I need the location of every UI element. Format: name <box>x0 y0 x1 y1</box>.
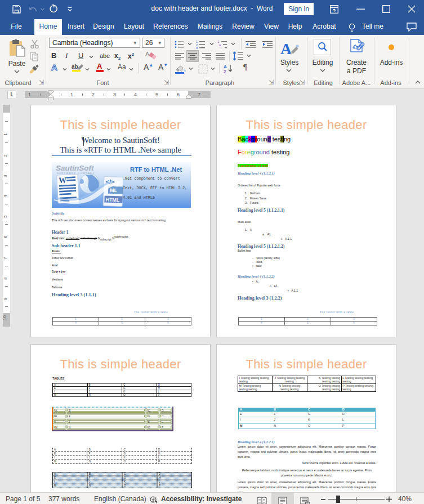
svg-text:B: B <box>89 448 91 451</box>
svg-text:D: D <box>159 472 161 475</box>
svg-text:C: C <box>124 472 126 475</box>
svg-text:I: I <box>54 480 55 483</box>
svg-text:RTF to HTML .Net: RTF to HTML .Net <box>130 166 182 173</box>
svg-text:ML: ML <box>110 188 118 193</box>
svg-text:F: F <box>89 476 91 479</box>
svg-text:Z: Z <box>224 69 226 74</box>
svg-text:I: I <box>55 421 56 423</box>
svg-text:N: N <box>89 484 91 487</box>
svg-text:H: H <box>162 415 163 418</box>
svg-text:L: L <box>158 456 160 459</box>
svg-text:A: A <box>280 40 292 56</box>
svg-text:B: B <box>89 472 91 475</box>
svg-text:G: G <box>123 452 126 455</box>
svg-text:M: M <box>54 484 56 487</box>
svg-text:3: 3 <box>196 46 198 49</box>
svg-text:A: A <box>54 472 56 475</box>
svg-text:4.01 and HTML5: 4.01 and HTML5 <box>123 195 155 200</box>
svg-text:W: W <box>59 176 67 185</box>
svg-text:P: P <box>158 460 160 463</box>
svg-text:M: M <box>54 460 56 463</box>
svg-text:G: G <box>148 415 150 418</box>
svg-text:P: P <box>159 484 160 487</box>
svg-text:N: N <box>69 426 70 429</box>
svg-text:P: P <box>162 426 163 429</box>
svg-text:J: J <box>89 480 90 483</box>
svg-text:A: A <box>224 64 227 69</box>
svg-text:L: L <box>159 480 160 483</box>
svg-text:H: H <box>159 476 160 479</box>
svg-text:C: C <box>123 448 126 451</box>
svg-text:B: B <box>69 409 70 412</box>
svg-text:O: O <box>123 460 126 463</box>
svg-text:G: G <box>124 476 126 479</box>
svg-text:D: D <box>158 448 160 451</box>
svg-text:.Net component to convert: .Net component to convert <box>123 176 180 181</box>
svg-text:K: K <box>123 456 126 459</box>
svg-text:L: L <box>162 421 163 423</box>
svg-text:O: O <box>148 426 150 429</box>
svg-text:N: N <box>89 460 91 463</box>
svg-text:I: I <box>54 456 55 459</box>
svg-text:K: K <box>124 480 126 483</box>
svg-text:E: E <box>54 476 56 479</box>
svg-text:A: A <box>145 51 150 57</box>
svg-text:M: M <box>55 426 57 429</box>
svg-text:F: F <box>69 415 70 418</box>
svg-text:SautinSoft: SautinSoft <box>56 164 94 172</box>
svg-text:E: E <box>55 415 57 418</box>
svg-text:A: A <box>54 448 56 451</box>
svg-text:E: E <box>54 452 56 455</box>
svg-text:O: O <box>124 484 126 487</box>
svg-text:HTML: HTML <box>105 197 120 203</box>
svg-text:H: H <box>158 452 160 455</box>
svg-text:ab: ab <box>72 64 78 70</box>
svg-text:J: J <box>69 421 70 423</box>
svg-text:i: i <box>221 46 221 49</box>
svg-text:J: J <box>89 456 90 459</box>
svg-text:F: F <box>89 452 91 455</box>
svg-text:Text, DOCX, RTF to HTML 3.2,: Text, DOCX, RTF to HTML 3.2, <box>123 186 187 190</box>
